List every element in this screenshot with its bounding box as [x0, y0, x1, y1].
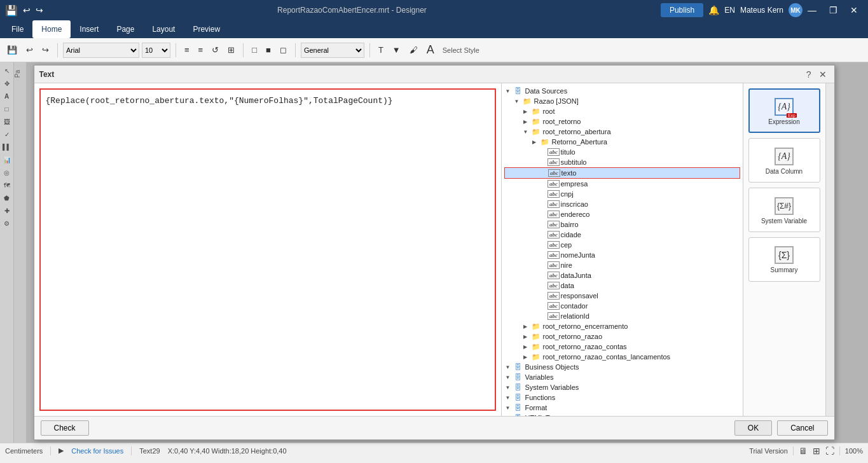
- tree-node-razao_json[interactable]: ▼ 📁 Razao [JSON]: [504, 96, 740, 106]
- rotate-btn[interactable]: ↺: [209, 43, 222, 57]
- expand-icon[interactable]: ▼: [506, 385, 513, 390]
- expand-icon[interactable]: ▶: [523, 109, 531, 114]
- menu-file[interactable]: File: [3, 20, 32, 38]
- tree-node-root_retorno_razao_contas[interactable]: ▶ 📁 root_retorno_razao_contas: [504, 342, 740, 352]
- dialog-help-button[interactable]: ?: [804, 69, 814, 79]
- check-dialog-button[interactable]: Check: [41, 420, 89, 436]
- font-style-btn[interactable]: A: [424, 41, 437, 59]
- tree-node-nire[interactable]: abc nire: [504, 260, 740, 270]
- align-left-btn[interactable]: ≡: [181, 43, 193, 57]
- tree-node-bairro[interactable]: abc bairro: [504, 219, 740, 230]
- fullscreen-icon[interactable]: ⛶: [825, 446, 834, 456]
- function-card-summary[interactable]: {Σ} Summary: [748, 237, 820, 282]
- fit-btn[interactable]: ⊞: [224, 43, 238, 57]
- tree-node-texto[interactable]: abc texto: [504, 167, 740, 179]
- bell-icon[interactable]: 🔔: [708, 5, 719, 15]
- font-selector[interactable]: Arial: [63, 43, 139, 58]
- tree-node-root_retorno_abertura[interactable]: ▼ 📁 root_retorno_abertura: [504, 127, 740, 137]
- tree-node-inscricao[interactable]: abc inscricao: [504, 199, 740, 209]
- expand-icon[interactable]: ▶: [523, 119, 531, 125]
- tree-node-cidade[interactable]: abc cidade: [504, 230, 740, 240]
- noborder-btn[interactable]: ◻: [277, 43, 290, 57]
- expression-editor[interactable]: [39, 88, 496, 411]
- function-card-system_variable[interactable]: {Σ#} System Variable: [748, 188, 820, 232]
- expand-icon[interactable]: ▼: [506, 88, 513, 94]
- menu-layout[interactable]: Layout: [143, 20, 184, 38]
- menu-insert[interactable]: Insert: [71, 20, 107, 38]
- expand-icon[interactable]: ▼: [506, 364, 513, 370]
- expand-icon[interactable]: ▼: [506, 395, 513, 401]
- tree-node-functions[interactable]: ▼ 🗄 Functions: [504, 392, 740, 403]
- expand-icon[interactable]: ▼: [514, 99, 522, 104]
- tree-node-root_retorno_encerramento[interactable]: ▶ 📁 root_retorno_encerramento: [504, 321, 740, 331]
- tree-node-format[interactable]: ▼ 🗄 Format: [504, 403, 740, 413]
- check-issues-label[interactable]: Check for Issues: [71, 447, 123, 455]
- expand-icon[interactable]: ▼: [523, 129, 531, 135]
- fill-btn[interactable]: ■: [263, 43, 274, 57]
- menu-home[interactable]: Home: [32, 20, 71, 38]
- align-center-btn[interactable]: ≡: [195, 43, 207, 57]
- close-button[interactable]: ✕: [845, 4, 863, 17]
- play-icon[interactable]: ▶: [59, 446, 64, 455]
- expand-icon[interactable]: ▼: [506, 405, 513, 411]
- tree-node-variables[interactable]: ▼ 🗄 Variables: [504, 372, 740, 382]
- tree-node-label: root_retorno_abertura: [543, 128, 611, 135]
- tree-node-cep[interactable]: abc cep: [504, 240, 740, 250]
- tree-node-data_sources[interactable]: ▼ 🗄 Data Sources: [504, 86, 740, 96]
- expand-icon[interactable]: ▶: [523, 334, 531, 340]
- cancel-button[interactable]: Cancel: [777, 420, 827, 436]
- save-icon[interactable]: 💾: [5, 4, 18, 17]
- expand-icon[interactable]: ▼: [506, 375, 513, 380]
- text-btn[interactable]: T: [375, 43, 387, 57]
- maximize-button[interactable]: ❐: [824, 4, 843, 17]
- expand-icon[interactable]: ▶: [523, 324, 531, 329]
- expand-icon[interactable]: ▶: [532, 139, 540, 145]
- expand-icon[interactable]: ▶: [523, 344, 531, 350]
- tree-node-root_retorno[interactable]: ▶ 📁 root_retorno: [504, 116, 740, 127]
- brush-btn[interactable]: 🖌: [406, 43, 421, 57]
- tree-node-dataJunta[interactable]: abc dataJunta: [504, 270, 740, 280]
- ok-button[interactable]: OK: [734, 420, 772, 436]
- user-avatar[interactable]: MK: [789, 3, 803, 17]
- down-arrow-btn[interactable]: ▼: [389, 43, 404, 57]
- tree-node-endereco[interactable]: abc endereco: [504, 209, 740, 219]
- data-panel: ▼ 🗄 Data Sources ▼ 📁 Razao [JSON] ▶ 📁 ro…: [501, 83, 743, 416]
- tree-node-root_retorno_razao_contas_lancamentos[interactable]: ▶ 📁 root_retorno_razao_contas_lancamento…: [504, 352, 740, 362]
- tree-node-contador[interactable]: abc contador: [504, 301, 740, 311]
- minimize-button[interactable]: —: [803, 4, 822, 17]
- function-label-expression: Expression: [768, 118, 799, 125]
- language-selector[interactable]: EN: [724, 6, 735, 15]
- tree-node-nomeJunta[interactable]: abc nomeJunta: [504, 250, 740, 260]
- border-btn[interactable]: □: [249, 43, 260, 57]
- redo-icon[interactable]: ↪: [36, 5, 43, 15]
- expand-icon[interactable]: ▶: [523, 354, 531, 360]
- tree-node-titulo[interactable]: abc titulo: [504, 147, 740, 157]
- toolbar-save[interactable]: 💾: [4, 43, 20, 57]
- dialog-close-button[interactable]: ✕: [816, 69, 829, 79]
- tree-node-root[interactable]: ▶ 📁 root: [504, 106, 740, 116]
- tree-node-business_objects[interactable]: ▼ 🗄 Business Objects: [504, 362, 740, 372]
- tree-node-subtitulo[interactable]: abc subtitulo: [504, 157, 740, 167]
- expression-textarea[interactable]: [41, 90, 495, 410]
- tree-node-empresa[interactable]: abc empresa: [504, 179, 740, 189]
- node-type-icon: 📁: [540, 137, 550, 146]
- tree-node-system_variables[interactable]: ▼ 🗄 System Variables: [504, 382, 740, 392]
- menu-preview[interactable]: Preview: [184, 20, 229, 38]
- style-selector[interactable]: General: [301, 43, 364, 58]
- fit-screen-icon[interactable]: ⊞: [813, 446, 820, 456]
- function-card-expression[interactable]: {A} Exp Expression: [748, 88, 820, 133]
- undo-icon[interactable]: ↩: [23, 5, 31, 15]
- tree-node-retorno_abertura[interactable]: ▶ 📁 Retorno_Abertura: [504, 137, 740, 147]
- right-scrollbar[interactable]: [825, 83, 834, 416]
- tree-node-data[interactable]: abc data: [504, 280, 740, 291]
- menu-page[interactable]: Page: [107, 20, 143, 38]
- tree-node-cnpj[interactable]: abc cnpj: [504, 189, 740, 199]
- function-card-data_column[interactable]: {A} Data Column: [748, 138, 820, 183]
- tree-node-relationId[interactable]: abc relationId: [504, 311, 740, 321]
- tree-node-responsavel[interactable]: abc responsavel: [504, 291, 740, 301]
- tree-node-root_retorno_razao[interactable]: ▶ 📁 root_retorno_razao: [504, 331, 740, 342]
- toolbar-redo[interactable]: ↪: [39, 43, 52, 57]
- toolbar-undo[interactable]: ↩: [23, 43, 36, 57]
- publish-button[interactable]: Publish: [661, 3, 703, 17]
- font-size-selector[interactable]: 10: [142, 43, 170, 58]
